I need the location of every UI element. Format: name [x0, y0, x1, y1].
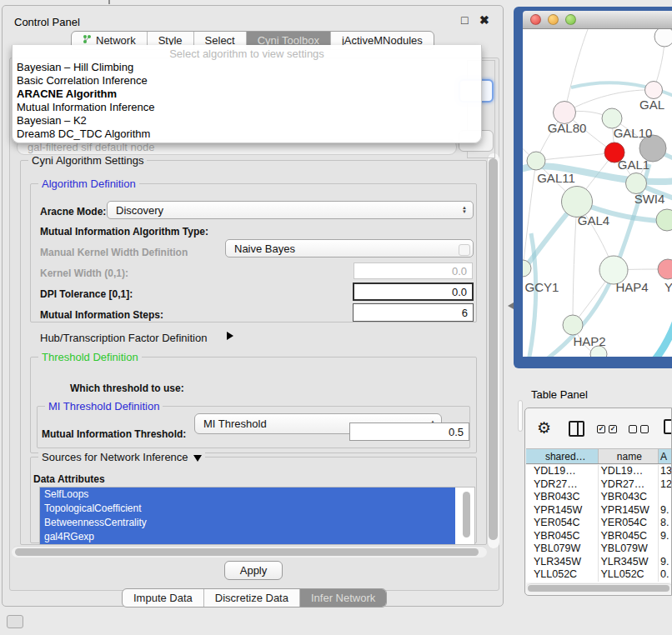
label-swi4: SWI4: [634, 192, 665, 206]
dpi-tolerance-field[interactable]: 0.0: [353, 282, 474, 301]
label-gal11: GAL11: [537, 171, 575, 185]
mi-steps-field[interactable]: 6: [353, 303, 474, 322]
control-panel-title: Control Panel: [14, 16, 80, 28]
table-row[interactable]: YBR043CYBR043C: [526, 491, 672, 504]
dropdown-item-mutual-information[interactable]: Mutual Information Inference: [13, 101, 481, 114]
node-gal4[interactable]: [562, 187, 593, 218]
table-body: YDL19…YDL19…13 YDR27…YDR27…12 YBR043CYBR…: [526, 465, 672, 582]
dropdown-item-dream8[interactable]: Dream8 DC_TDC Algorithm: [13, 128, 481, 141]
data-attributes-label: Data Attributes: [33, 473, 105, 485]
kernel-width-label: Kernel Width (0,1):: [40, 268, 128, 279]
bottom-tabbar: Impute Data Discretize Data Infer Networ…: [122, 588, 387, 608]
cyni-settings-title: Cyni Algorithm Settings: [28, 154, 147, 167]
sources-title: Sources for Network Inference: [42, 451, 188, 463]
float-window-icon[interactable]: □: [461, 13, 468, 27]
table-row[interactable]: YBL079WYBL079W: [526, 542, 672, 556]
select-all-columns-icon[interactable]: ✓✓: [597, 425, 617, 433]
threshold-definition-title: Threshold Definition: [38, 351, 142, 363]
algorithm-definition-title: Algorithm Definition: [38, 178, 139, 190]
network-labels: GAL GAL80 GAL10 GAL1 GAL11 SWI4 GAL4 GCY…: [525, 98, 672, 348]
node-hap2[interactable]: [563, 315, 583, 335]
label-gal1: GAL1: [618, 158, 649, 172]
node-salmon[interactable]: [658, 259, 672, 279]
table-panel-title: Table Panel: [531, 388, 588, 401]
mi-threshold-label: Mutual Information Threshold:: [42, 428, 186, 440]
attribute-item-topological[interactable]: TopologicalCoefficient: [40, 502, 455, 516]
table-hscrollbar-thumb[interactable]: [528, 585, 669, 592]
attribute-item-selfloops[interactable]: SelfLoops: [40, 488, 455, 502]
aracne-mode-label: Aracne Mode:: [40, 206, 106, 218]
mi-type-combo[interactable]: Naive Bayes ▲▼: [225, 239, 474, 258]
network-window-titlebar[interactable]: [523, 11, 672, 29]
algorithm-dropdown-list: Select algorithm to view settings Bayesi…: [12, 45, 482, 143]
expand-right-icon[interactable]: [227, 332, 233, 340]
dropdown-placeholder: Select algorithm to view settings: [13, 47, 481, 61]
gear-icon[interactable]: ⚙: [537, 418, 551, 438]
table-panel-window: ⚙ ✓✓ shared… name A YDL19…YDL19…13 YDR27…: [524, 408, 672, 596]
close-traffic-light-icon[interactable]: [530, 14, 541, 25]
label-gal10: GAL10: [614, 126, 653, 140]
hub-definition-label: Hub/Transcription Factor Definition: [40, 332, 207, 344]
label-gal4: GAL4: [578, 213, 609, 228]
collapsed-panel-handle[interactable]: [7, 615, 23, 628]
attribute-item-betweenness[interactable]: BetweennessCentrality: [40, 516, 455, 530]
tab-impute-data[interactable]: Impute Data: [123, 589, 204, 607]
settings-hscrollbar-thumb[interactable]: [15, 548, 479, 556]
table-header-row: shared… name A: [526, 448, 672, 464]
table-row[interactable]: YLR345WYLR345W9.: [526, 556, 672, 569]
tab-discretize-data[interactable]: Discretize Data: [204, 589, 300, 607]
node-gal11[interactable]: [527, 152, 545, 170]
table-row[interactable]: YPR145WYPR145W9.: [526, 504, 672, 518]
column-header-name[interactable]: name: [599, 449, 659, 463]
node-gal-partial[interactable]: [645, 82, 663, 99]
settings-scrollbar-thumb[interactable]: [489, 158, 498, 540]
manual-kernel-checkbox[interactable]: [459, 244, 470, 256]
aracne-mode-combo[interactable]: Discovery ▲▼: [107, 201, 474, 219]
combo-stepper-icon: ▲▼: [462, 206, 467, 214]
deselect-all-columns-icon[interactable]: [629, 425, 649, 433]
attribute-item-gal4rgexp[interactable]: gal4RGexp: [40, 530, 455, 544]
column-header-partial[interactable]: A: [659, 449, 672, 463]
node-swi4[interactable]: [626, 173, 647, 194]
mouse-cursor: [508, 302, 514, 309]
table-row[interactable]: YBR045CYBR045C9.: [526, 530, 672, 543]
tab-infer-network[interactable]: Infer Network: [300, 589, 386, 607]
table-row[interactable]: YDR27…YDR27…12: [526, 478, 672, 492]
label-hap4: HAP4: [615, 280, 648, 294]
table-row[interactable]: YER054CYER054C8.: [526, 517, 672, 530]
table-row[interactable]: YDL19…YDL19…13: [526, 465, 672, 478]
mi-threshold-field[interactable]: 0.5: [349, 422, 469, 441]
column-header-shared-name[interactable]: shared…: [526, 449, 599, 463]
kernel-width-field[interactable]: 0.0: [354, 262, 473, 279]
dropdown-item-bayesian-k2[interactable]: Bayesian – K2: [13, 114, 481, 128]
which-threshold-label: Which threshold to use:: [70, 382, 184, 394]
zoom-traffic-light-icon[interactable]: [565, 14, 576, 25]
side-scrollbar-fragment[interactable]: [518, 400, 523, 432]
export-table-icon[interactable]: [664, 419, 672, 434]
minimize-traffic-light-icon[interactable]: [548, 14, 559, 25]
top-divider: [108, 0, 110, 4]
close-window-icon[interactable]: ✖: [479, 13, 489, 27]
node-right-green[interactable]: [656, 209, 672, 231]
dropdown-item-basic-correlation[interactable]: Basic Correlation Inference: [13, 74, 481, 88]
columns-icon[interactable]: [569, 421, 584, 437]
apply-button[interactable]: Apply: [224, 561, 283, 580]
table-row[interactable]: YLL052CYLL052C0.: [526, 568, 672, 582]
mi-threshold-title: MI Threshold Definition: [45, 400, 163, 412]
dpi-tolerance-label: DPI Tolerance [0,1]:: [40, 288, 133, 300]
node-top-partial[interactable]: [654, 29, 672, 47]
label-y-partial: Y: [664, 280, 672, 294]
dropdown-item-aracne[interactable]: ARACNE Algorithm: [13, 88, 481, 101]
dropdown-item-bayesian-hill[interactable]: Bayesian – Hill Climbing: [13, 61, 481, 74]
collapse-down-icon[interactable]: [193, 455, 202, 462]
network-graph: GAL GAL80 GAL10 GAL1 GAL11 SWI4 GAL4 GCY…: [523, 29, 672, 357]
sources-title-wrap: Sources for Network Inference: [38, 451, 205, 463]
list-scrollbar-thumb[interactable]: [463, 492, 470, 538]
label-gal80: GAL80: [548, 121, 587, 135]
label-hap2: HAP2: [573, 334, 605, 348]
network-canvas[interactable]: GAL GAL80 GAL10 GAL1 GAL11 SWI4 GAL4 GCY…: [523, 29, 672, 357]
data-attributes-list: SelfLoops TopologicalCoefficient Between…: [39, 487, 475, 545]
manual-kernel-label: Manual Kernel Width Definition: [40, 247, 188, 258]
label-gal-partial: GAL: [639, 98, 664, 112]
network-view-window: GAL GAL80 GAL10 GAL1 GAL11 SWI4 GAL4 GCY…: [514, 7, 672, 368]
